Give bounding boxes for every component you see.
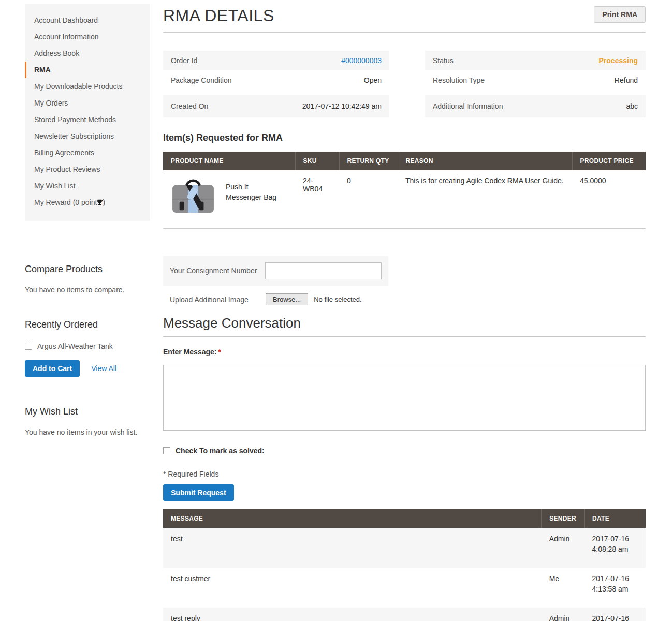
upload-image-row: Upload Additional Image Browse... No fil…: [163, 291, 646, 308]
product-image: [171, 176, 215, 215]
message-text: test custmer: [163, 568, 542, 608]
created-on-label: Created On: [171, 102, 208, 110]
col-return-qty: RETURN QTY: [339, 152, 398, 170]
sidebar-nav-label-suffix: ): [103, 198, 105, 206]
add-to-cart-button[interactable]: Add to Cart: [25, 360, 80, 377]
mark-solved-row: Check To mark as solved:: [163, 446, 646, 456]
submit-request-button[interactable]: Submit Request: [163, 484, 234, 501]
message-conversation-title: Message Conversation: [163, 316, 646, 337]
items-section-title: Item(s) Requested for RMA: [163, 132, 646, 143]
account-navigation: Account Dashboard Account Information Ad…: [25, 4, 150, 221]
sidebar-nav-label: Account Dashboard: [34, 16, 98, 24]
print-rma-button[interactable]: Print RMA: [594, 6, 646, 23]
col-sku: SKU: [295, 152, 339, 170]
browse-button[interactable]: Browse...: [266, 293, 308, 305]
sidebar-nav-label: Newsletter Subscriptions: [34, 132, 114, 140]
col-reason: REASON: [398, 152, 572, 170]
item-price: 45.0000: [572, 170, 646, 228]
recently-ordered-item-label[interactable]: Argus All-Weather Tank: [37, 342, 113, 350]
sidebar-nav-item[interactable]: Billing Agreements: [25, 144, 150, 161]
message-date: 2017-07-16 4:13:58 am: [584, 568, 646, 608]
item-row: Push It Messenger Bag 24-WB04 0 This is …: [163, 170, 646, 228]
rma-details-right-table: Status Processing Resolution Type Refund…: [425, 51, 646, 117]
message-date: 2017-07-16 4:14:49 am: [584, 608, 646, 621]
messages-table: MESSAGE SENDER DATE test Admin 2017-07-1…: [163, 509, 646, 621]
message-textarea[interactable]: [163, 365, 646, 431]
mark-solved-label: Check To mark as solved:: [176, 447, 265, 455]
message-sender: Admin: [542, 528, 585, 568]
sidebar-nav-item[interactable]: Address Book: [25, 45, 150, 62]
sidebar: Account Dashboard Account Information Ad…: [25, 4, 150, 436]
main-content: RMA DETAILS Print RMA Order Id #00000000…: [163, 4, 646, 621]
sidebar-nav-label: My Reward (0 point: [34, 198, 97, 206]
items-table-header-row: PRODUCT NAME SKU RETURN QTY REASON PRODU…: [163, 152, 646, 170]
rma-details-grid: Order Id #000000003 Package Condition Op…: [163, 51, 646, 117]
view-all-link[interactable]: View All: [91, 364, 116, 373]
recently-ordered-item: Argus All-Weather Tank: [25, 342, 150, 350]
sidebar-nav-item[interactable]: Account Information: [25, 28, 150, 45]
required-fields-note: * Required Fields: [163, 470, 646, 480]
created-on-row: Created On 2017-07-12 10:42:49 am: [163, 95, 389, 117]
compare-products-empty-text: You have no items to compare.: [25, 286, 150, 294]
message-row: test custmer Me 2017-07-16 4:13:58 am: [163, 568, 646, 608]
col-product-price: PRODUCT PRICE: [572, 152, 646, 170]
message-text: test: [163, 528, 542, 568]
recently-ordered-title: Recently Ordered: [25, 319, 150, 330]
no-file-selected-text: No file selected.: [314, 295, 362, 303]
sidebar-nav-label: My Wish List: [34, 182, 75, 190]
order-id-link[interactable]: #000000003: [341, 56, 382, 65]
item-reason: This is for creating Agile Codex RMA Use…: [398, 170, 572, 228]
col-message: MESSAGE: [163, 509, 542, 528]
status-label: Status: [433, 56, 454, 65]
additional-info-label: Additional Information: [433, 102, 503, 110]
message-sender: Admin: [542, 608, 585, 621]
rma-details-left-table: Order Id #000000003 Package Condition Op…: [163, 51, 389, 117]
account-page: Account Dashboard Account Information Ad…: [0, 0, 672, 621]
rma-items-table: PRODUCT NAME SKU RETURN QTY REASON PRODU…: [163, 152, 646, 229]
sidebar-nav-item[interactable]: Newsletter Subscriptions: [25, 128, 150, 144]
item-return-qty: 0: [339, 170, 398, 228]
sidebar-nav-label: Billing Agreements: [34, 149, 94, 157]
sidebar-nav-item[interactable]: My Orders: [25, 95, 150, 111]
required-asterisk: *: [218, 348, 221, 356]
col-date: DATE: [584, 509, 646, 528]
wishlist-title: My Wish List: [25, 406, 150, 417]
resolution-type-label: Resolution Type: [433, 76, 485, 84]
resolution-type-value: Refund: [615, 76, 638, 84]
sidebar-nav-item[interactable]: Account Dashboard: [25, 12, 150, 28]
sidebar-nav-item[interactable]: Stored Payment Methods: [25, 111, 150, 128]
status-badge: Processing: [599, 56, 638, 65]
sidebar-nav-item[interactable]: My Downloadable Products: [25, 78, 150, 95]
compare-products-block: Compare Products You have no items to co…: [25, 263, 150, 294]
sidebar-nav-label: My Product Reviews: [34, 165, 100, 173]
sidebar-nav-item[interactable]: RMA: [25, 62, 150, 78]
sidebar-nav-item[interactable]: My Wish List: [25, 178, 150, 194]
sidebar-nav-item[interactable]: My Product Reviews: [25, 161, 150, 178]
order-id-label: Order Id: [171, 56, 197, 65]
sidebar-nav-item[interactable]: My Reward (0 point): [25, 194, 150, 212]
consignment-number-input[interactable]: [265, 262, 382, 279]
sidebar-nav-label: Account Information: [34, 33, 99, 41]
product-name: Push It Messenger Bag: [215, 176, 283, 215]
wishlist-block: My Wish List You have no items in your w…: [25, 406, 150, 436]
message-date: 2017-07-16 4:08:28 am: [584, 528, 646, 568]
order-id-row: Order Id #000000003: [163, 51, 389, 70]
created-on-value: 2017-07-12 10:42:49 am: [302, 102, 382, 110]
resolution-type-row: Resolution Type Refund: [425, 70, 646, 90]
additional-info-row: Additional Information abc: [425, 95, 646, 117]
upload-image-label: Upload Additional Image: [170, 295, 266, 304]
wishlist-empty-text: You have no items in your wish list.: [25, 428, 150, 436]
package-condition-value: Open: [364, 76, 382, 84]
message-row: test reply Admin 2017-07-16 4:14:49 am: [163, 608, 646, 621]
additional-info-value: abc: [626, 102, 638, 110]
status-row: Status Processing: [425, 51, 646, 70]
col-sender: SENDER: [542, 509, 585, 528]
mark-solved-checkbox[interactable]: [163, 447, 170, 454]
enter-message-label: Enter Message:*: [163, 348, 646, 358]
consignment-row: Your Consignment Number: [163, 256, 388, 286]
compare-products-title: Compare Products: [25, 263, 150, 275]
col-product-name: PRODUCT NAME: [163, 152, 295, 170]
item-sku: 24-WB04: [295, 170, 339, 228]
recently-ordered-checkbox[interactable]: [25, 343, 32, 350]
recently-ordered-actions: Add to Cart View All: [25, 360, 150, 377]
